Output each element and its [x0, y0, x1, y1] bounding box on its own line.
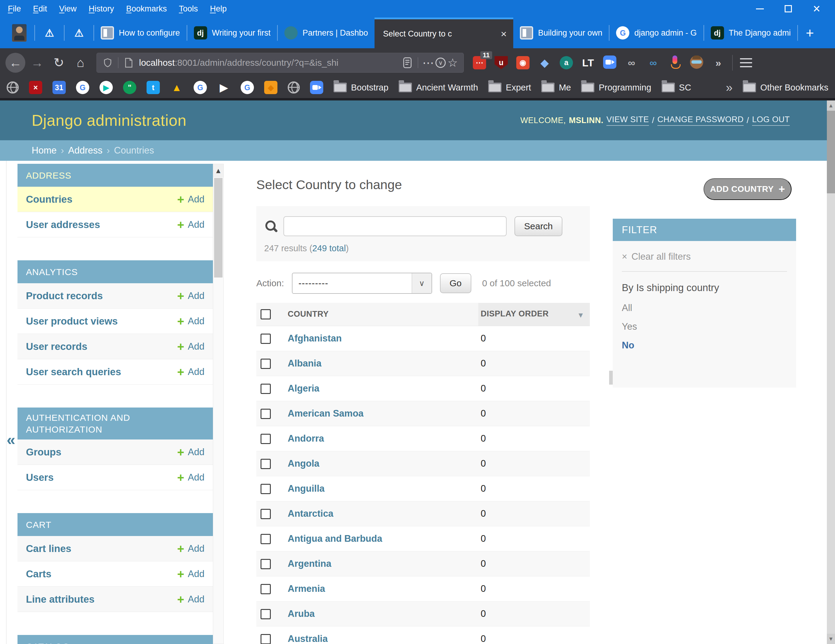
bookmark-item[interactable]: ▶	[217, 81, 231, 94]
bookmark-item[interactable]: ◆	[264, 81, 278, 94]
filter-option-no[interactable]: No	[622, 340, 787, 351]
add-link[interactable]: +Add	[177, 219, 205, 231]
sidebar-scrollbar[interactable]: ▲	[213, 164, 224, 644]
row-checkbox[interactable]	[260, 509, 271, 519]
clear-all-filters-link[interactable]: × Clear all filters	[622, 251, 787, 262]
sort-descending-icon[interactable]: ▼	[577, 311, 585, 319]
add-link[interactable]: +Add	[177, 194, 205, 205]
column-header-country[interactable]: COUNTRY	[285, 303, 478, 326]
bookmark-item[interactable]	[6, 81, 19, 94]
bookmark-item[interactable]: ▲	[170, 81, 184, 94]
bookmarks-overflow-icon[interactable]: »	[726, 81, 733, 94]
row-checkbox[interactable]	[260, 359, 271, 369]
search-button[interactable]: Search	[515, 216, 562, 236]
row-checkbox[interactable]	[260, 384, 271, 394]
bookmark-folder-expert[interactable]: Expert	[488, 83, 531, 93]
sidebar-model-link[interactable]: User search queries	[26, 366, 121, 378]
sidebar-scroll-thumb[interactable]	[214, 178, 223, 278]
add-link[interactable]: +Add	[177, 472, 205, 483]
country-link[interactable]: Antarctica	[288, 508, 333, 519]
add-link[interactable]: +Add	[177, 446, 205, 458]
languagetool-button[interactable]: LT	[582, 56, 595, 69]
page-scrollbar[interactable]: ▲ ▼	[827, 101, 835, 644]
sidebar-model-link[interactable]: Carts	[26, 568, 51, 580]
row-checkbox[interactable]	[260, 434, 271, 444]
sidebar-item-carts[interactable]: Carts+Add	[18, 561, 213, 587]
menu-hamburger-icon[interactable]	[740, 58, 752, 67]
sidebar-item-users[interactable]: Users+Add	[18, 465, 213, 490]
sidebar-item-user-records[interactable]: User records+Add	[18, 334, 213, 359]
sidebar-model-link[interactable]: Line attributes	[26, 594, 94, 605]
breadcrumb-address[interactable]: Address	[68, 145, 102, 156]
search-input[interactable]	[283, 216, 507, 236]
bookmark-item[interactable]: G	[76, 81, 89, 94]
country-link[interactable]: Algeria	[288, 383, 319, 394]
sidebar-item-user-search-queries[interactable]: User search queries+Add	[18, 359, 213, 385]
add-link[interactable]: +Add	[177, 543, 205, 555]
country-link[interactable]: Angola	[288, 458, 319, 469]
country-link[interactable]: Armenia	[288, 583, 325, 594]
maximize-button[interactable]	[784, 4, 793, 13]
bookmark-item[interactable]: G	[193, 81, 207, 94]
sidebar-item-line-attributes[interactable]: Line attributes+Add	[18, 587, 213, 612]
action-select[interactable]: --------- ∨	[292, 273, 432, 294]
row-checkbox[interactable]	[260, 609, 271, 619]
add-link[interactable]: +Add	[177, 366, 205, 378]
bookmark-item[interactable]: ▶	[99, 81, 113, 94]
menu-history[interactable]: History	[89, 4, 114, 13]
sidebar-model-link[interactable]: Cart lines	[26, 543, 71, 555]
tab[interactable]: Partners | Dashbo	[278, 18, 375, 48]
page-info-icon[interactable]	[123, 58, 135, 68]
forward-button[interactable]: →	[27, 53, 47, 73]
link-chain-button[interactable]: ∞	[625, 56, 638, 69]
row-checkbox[interactable]	[260, 484, 271, 494]
country-link[interactable]: Anguilla	[288, 483, 325, 494]
tab[interactable]: Building your own	[513, 18, 609, 48]
bookmark-folder-programming[interactable]: Programming	[581, 83, 651, 93]
country-link[interactable]: American Samoa	[288, 408, 364, 419]
save-to-pocket-icon[interactable]: ∨	[435, 58, 447, 68]
country-link[interactable]: Aruba	[288, 608, 315, 619]
add-link[interactable]: +Add	[177, 315, 205, 327]
menu-view[interactable]: View	[59, 4, 76, 13]
scroll-down-arrow[interactable]: ▼	[827, 634, 835, 644]
sidebar-model-link[interactable]: User records	[26, 341, 88, 352]
user-tools-link-change-password[interactable]: CHANGE PASSWORD	[657, 115, 744, 126]
bookmark-item[interactable]: t	[146, 81, 160, 94]
sidebar-collapse-toggle[interactable]: «	[6, 431, 15, 449]
sidebar-item-user-addresses[interactable]: User addresses+Add	[18, 212, 213, 237]
bookmark-item[interactable]	[310, 81, 323, 94]
url-bar[interactable]: localhost:8001/admin/address/country/?q=…	[96, 53, 464, 73]
tab-pinned[interactable]	[4, 18, 34, 48]
sidebar-item-cart-lines[interactable]: Cart lines+Add	[18, 536, 213, 561]
user-tools-link-log-out[interactable]: LOG OUT	[752, 115, 790, 126]
tab-pinned[interactable]: ⚠	[35, 18, 64, 48]
filter-option-all[interactable]: All	[622, 302, 787, 314]
tab[interactable]: How to configure	[94, 18, 187, 48]
country-link[interactable]: Antigua and Barbuda	[288, 533, 382, 544]
bookmark-item[interactable]: ×	[29, 81, 42, 94]
row-checkbox[interactable]	[260, 459, 271, 469]
bookmark-item[interactable]	[288, 81, 300, 94]
country-link[interactable]: Afghanistan	[288, 333, 342, 343]
close-window-button[interactable]: ×	[812, 4, 821, 13]
row-checkbox[interactable]	[260, 559, 271, 569]
add-link[interactable]: +Add	[177, 341, 205, 353]
scroll-up-arrow[interactable]: ▲	[827, 101, 835, 111]
new-tab-button[interactable]: +	[798, 18, 822, 48]
bookmark-folder-ancient-warmth[interactable]: Ancient Warmth	[399, 83, 478, 93]
video-meeting-button[interactable]	[603, 55, 616, 70]
row-checkbox[interactable]	[260, 534, 271, 544]
reload-button[interactable]: ↻	[49, 53, 69, 73]
filter-option-yes[interactable]: Yes	[622, 321, 787, 332]
adblock-shield-button[interactable]: u	[495, 56, 508, 69]
bookmark-folder-bootstrap[interactable]: Bootstrap	[333, 83, 388, 93]
sidebar-model-link[interactable]: User product views	[26, 315, 118, 327]
add-country-button[interactable]: ADD COUNTRY +	[703, 178, 791, 200]
row-checkbox[interactable]	[260, 634, 271, 644]
bookmark-item[interactable]: G	[240, 81, 254, 94]
user-tools-link-view-site[interactable]: VIEW SITE	[606, 115, 649, 126]
tab[interactable]: djThe Django admi	[704, 18, 798, 48]
add-link[interactable]: +Add	[177, 290, 205, 302]
sidebar-item-countries[interactable]: Countries+Add	[18, 187, 213, 212]
